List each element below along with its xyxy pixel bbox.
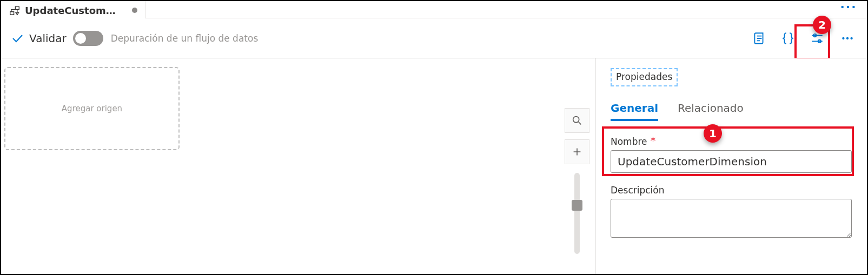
- validate-label: Validar: [29, 32, 67, 45]
- properties-panel: Propiedades General Relacionado Nombre *…: [595, 58, 867, 274]
- more-icon[interactable]: [836, 26, 859, 50]
- svg-point-2: [842, 37, 844, 39]
- dataflow-icon: [9, 4, 21, 16]
- description-textarea[interactable]: [611, 199, 852, 238]
- settings-sliders-icon[interactable]: [805, 26, 829, 50]
- properties-tab[interactable]: Propiedades: [611, 68, 678, 86]
- toggle-knob: [75, 33, 86, 44]
- zoom-slider-thumb[interactable]: [572, 200, 582, 211]
- svg-point-4: [850, 37, 852, 39]
- tab-title: UpdateCustomerDi...: [25, 5, 122, 16]
- properties-subtabs: General Relacionado: [611, 102, 852, 121]
- canvas-tools: [565, 108, 589, 254]
- tab-overflow-button[interactable]: ···: [838, 0, 859, 14]
- tab-bar-empty: [145, 1, 867, 18]
- tab-related[interactable]: Relacionado: [678, 102, 744, 121]
- tab-bar: UpdateCustomerDi... ···: [1, 1, 867, 18]
- open-tab-dataflow[interactable]: UpdateCustomerDi...: [1, 1, 145, 18]
- debug-toggle-label: Depuración de un flujo de datos: [111, 33, 259, 44]
- check-icon: [11, 32, 24, 45]
- svg-point-3: [846, 37, 849, 39]
- unsaved-indicator-icon: [132, 8, 137, 13]
- debug-toggle[interactable]: [73, 31, 103, 46]
- sub-toolbar: Validar Depuración de un flujo de datos: [1, 18, 867, 58]
- validate-button[interactable]: Validar: [11, 32, 67, 45]
- description-label: Descripción: [611, 185, 852, 196]
- name-label: Nombre *: [611, 136, 852, 147]
- tab-general[interactable]: General: [611, 102, 658, 121]
- add-source-placeholder[interactable]: Agregar origen: [4, 67, 180, 150]
- braces-icon[interactable]: [776, 26, 800, 50]
- script-icon[interactable]: [747, 26, 771, 50]
- required-asterisk-icon: *: [651, 135, 656, 146]
- add-source-label: Agregar origen: [62, 104, 122, 113]
- search-canvas-button[interactable]: [565, 108, 589, 133]
- dataflow-canvas[interactable]: Agregar origen: [1, 58, 595, 274]
- name-input[interactable]: [611, 150, 852, 173]
- zoom-slider[interactable]: [574, 173, 580, 254]
- zoom-in-button[interactable]: [565, 139, 589, 164]
- toolbar-right: [747, 18, 867, 58]
- svg-point-5: [573, 117, 579, 123]
